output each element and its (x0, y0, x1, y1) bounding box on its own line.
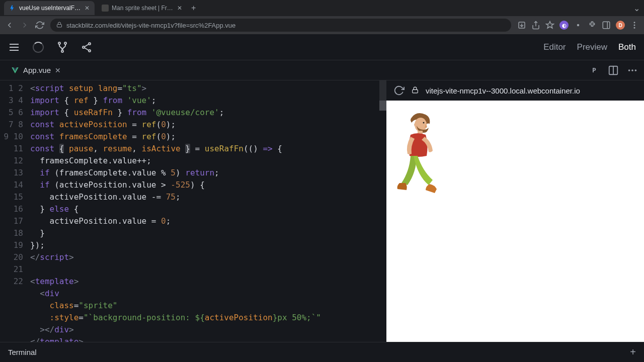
view-tab-both[interactable]: Both (618, 42, 636, 52)
fork-icon[interactable] (56, 41, 68, 53)
preview-url[interactable]: vitejs-vite-nmcp1v--3000.local.webcontai… (426, 86, 637, 95)
svg-point-14 (61, 50, 63, 52)
svg-point-15 (89, 43, 91, 45)
install-icon[interactable] (517, 21, 526, 30)
bookmark-icon[interactable] (545, 21, 554, 30)
close-icon[interactable]: ✕ (177, 5, 182, 12)
hamburger-icon[interactable] (8, 41, 20, 53)
lock-icon (412, 86, 419, 95)
stackblitz-favicon (9, 5, 16, 12)
main-split: 1 2 3 4 5 6 7 8 9 10 11 12 13 14 15 16 1… (0, 80, 644, 342)
address-bar: stackblitz.com/edit/vitejs-vite-nmcp1v?f… (0, 16, 644, 34)
share-icon[interactable] (80, 41, 93, 53)
prettier-icon[interactable]: P (589, 65, 600, 76)
back-icon[interactable] (5, 21, 14, 30)
extensions-icon[interactable] (588, 21, 597, 30)
svg-line-18 (85, 44, 89, 47)
svg-point-28 (423, 122, 425, 124)
close-icon[interactable]: ✕ (85, 5, 90, 12)
svg-point-3 (577, 24, 580, 27)
svg-rect-4 (603, 22, 610, 29)
chevron-down-icon[interactable]: ⌄ (633, 4, 640, 13)
close-icon[interactable]: ✕ (55, 66, 61, 74)
view-tab-preview[interactable]: Preview (577, 42, 607, 52)
sprite-walking-man (392, 111, 443, 206)
browser-tab-title: Man sprite sheet | Free SVG (112, 5, 174, 12)
svg-point-17 (89, 50, 91, 52)
svg-point-22 (628, 69, 630, 71)
share-icon[interactable] (531, 21, 540, 30)
extension-icons: ◐ D (517, 21, 639, 30)
spinner-icon (32, 41, 44, 53)
url-input[interactable]: stackblitz.com/edit/vitejs-vite-nmcp1v?f… (50, 19, 511, 32)
file-tab-name: App.vue (23, 66, 51, 74)
app-header: Editor Preview Both (0, 34, 644, 60)
svg-point-23 (631, 69, 633, 71)
svg-point-6 (634, 22, 635, 23)
reload-icon[interactable] (393, 85, 405, 96)
code-area[interactable]: <script setup lang="ts"> import { ref } … (30, 80, 386, 342)
url-text: stackblitz.com/edit/vitejs-vite-nmcp1v?f… (66, 22, 235, 29)
line-gutter: 1 2 3 4 5 6 7 8 9 10 11 12 13 14 15 16 1… (0, 80, 30, 342)
view-tab-editor[interactable]: Editor (543, 42, 566, 52)
add-terminal-icon[interactable]: + (630, 346, 636, 358)
svg-line-19 (85, 48, 89, 50)
reload-icon[interactable] (35, 21, 44, 30)
svg-point-7 (634, 25, 635, 26)
svg-point-12 (58, 42, 60, 44)
panel-icon[interactable] (602, 21, 611, 30)
svg-point-24 (635, 69, 637, 71)
terminal-label: Terminal (8, 348, 37, 356)
new-tab-button[interactable]: + (191, 4, 196, 13)
terminal-bar[interactable]: Terminal + (0, 342, 644, 362)
browser-tab-active[interactable]: vueUse useIntervalFn2 (end a ✕ (4, 1, 95, 15)
svg-point-8 (634, 27, 635, 29)
svg-favicon (102, 5, 109, 12)
browser-tab[interactable]: Man sprite sheet | Free SVG ✕ (97, 1, 187, 15)
minimap[interactable] (379, 80, 386, 342)
file-tab[interactable]: App.vue ✕ (6, 63, 66, 77)
file-tab-strip: App.vue ✕ P (0, 60, 644, 80)
svg-point-16 (83, 46, 85, 48)
menu-icon[interactable] (630, 21, 639, 30)
browser-tab-strip: vueUse useIntervalFn2 (end a ✕ Man sprit… (0, 0, 644, 16)
svg-rect-25 (413, 89, 418, 93)
svg-point-13 (64, 42, 66, 44)
svg-rect-1 (57, 24, 62, 27)
profile-badge[interactable]: D (616, 21, 625, 30)
more-icon[interactable] (627, 65, 638, 76)
extension-icon[interactable] (574, 21, 583, 30)
split-icon[interactable] (608, 65, 619, 76)
editor-pane[interactable]: 1 2 3 4 5 6 7 8 9 10 11 12 13 14 15 16 1… (0, 80, 386, 342)
browser-tab-title: vueUse useIntervalFn2 (end a (19, 5, 82, 12)
preview-toolbar: vitejs-vite-nmcp1v--3000.local.webcontai… (386, 80, 644, 101)
forward-icon[interactable] (20, 21, 29, 30)
svg-point-27 (414, 123, 417, 126)
svg-rect-0 (102, 5, 109, 12)
lock-icon (56, 22, 62, 29)
extension-badge[interactable]: ◐ (559, 21, 569, 30)
vue-icon (11, 66, 19, 74)
preview-content (386, 101, 644, 342)
preview-pane: vitejs-vite-nmcp1v--3000.local.webcontai… (386, 80, 644, 342)
